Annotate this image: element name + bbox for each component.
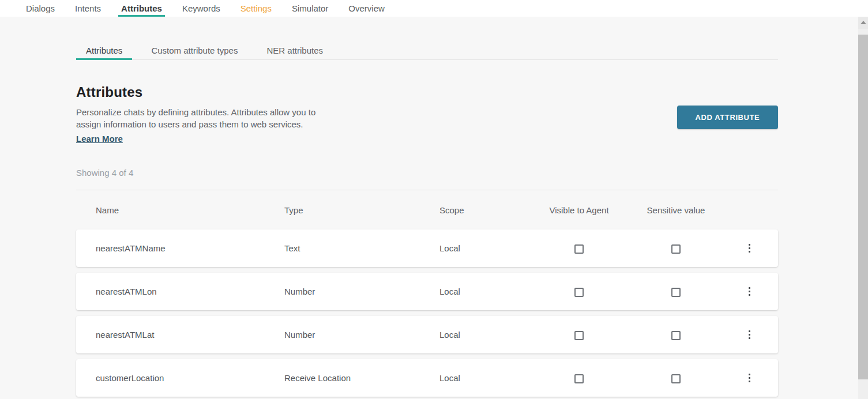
row-menu-kebab-icon[interactable] [740, 239, 758, 258]
scroll-up-arrow-icon[interactable] [858, 16, 868, 29]
attributes-tab-bar: Attributes Custom attribute types NER at… [76, 42, 778, 60]
nav-item-attributes[interactable]: Attributes [121, 0, 162, 17]
attribute-name: nearestATMLat [76, 330, 284, 340]
attribute-type: Text [284, 243, 439, 253]
page-description: Personalize chats by defining attributes… [76, 106, 337, 130]
visible-to-agent-checkbox[interactable] [574, 374, 584, 383]
vertical-scrollbar[interactable] [858, 16, 868, 399]
table-row: customerLocation Receive Location Local [76, 359, 778, 397]
table-row: nearestATMLon Number Local [76, 273, 778, 310]
tab-attributes[interactable]: Attributes [76, 42, 132, 59]
column-header-sensitive-value: Sensitive value [642, 205, 709, 215]
attribute-scope: Local [439, 330, 516, 340]
nav-item-dialogs[interactable]: Dialogs [26, 0, 55, 17]
sensitive-value-checkbox[interactable] [671, 244, 681, 254]
attribute-name: nearestATMName [76, 243, 284, 253]
nav-item-keywords[interactable]: Keywords [182, 0, 220, 17]
top-navigation: Dialogs Intents Attributes Keywords Sett… [0, 0, 868, 17]
nav-item-intents[interactable]: Intents [75, 0, 101, 17]
row-menu-kebab-icon[interactable] [740, 283, 758, 301]
attribute-type: Number [284, 287, 439, 296]
column-header-name: Name [76, 205, 284, 215]
nav-item-settings[interactable]: Settings [241, 0, 272, 17]
page-header-text: Attributes Personalize chats by defining… [76, 84, 337, 144]
table-header-row: Name Type Scope Visible to Agent Sensiti… [76, 190, 778, 229]
nav-item-overview[interactable]: Overview [348, 0, 385, 17]
page-title: Attributes [76, 84, 337, 100]
table-row: nearestATMName Text Local [76, 229, 778, 267]
sensitive-value-checkbox[interactable] [671, 288, 681, 297]
attribute-scope: Local [439, 243, 516, 253]
tab-ner-attributes[interactable]: NER attributes [257, 42, 333, 59]
main-content-area: Attributes Custom attribute types NER at… [0, 17, 858, 399]
learn-more-link[interactable]: Learn More [76, 134, 123, 144]
nav-item-simulator[interactable]: Simulator [292, 0, 328, 17]
table-row: nearestATMLat Number Local [76, 316, 778, 353]
row-menu-kebab-icon[interactable] [740, 326, 758, 344]
attribute-type: Number [284, 330, 439, 340]
tab-custom-attribute-types[interactable]: Custom attribute types [141, 42, 247, 59]
add-attribute-button[interactable]: ADD ATTRIBUTE [677, 106, 778, 129]
result-count-text: Showing 4 of 4 [76, 168, 778, 178]
column-header-visible-to-agent: Visible to Agent [516, 205, 642, 215]
attribute-name: nearestATMLon [76, 287, 284, 296]
sensitive-value-checkbox[interactable] [671, 374, 681, 383]
column-header-scope: Scope [439, 205, 516, 215]
column-header-type: Type [284, 205, 439, 215]
sensitive-value-checkbox[interactable] [671, 331, 681, 340]
visible-to-agent-checkbox[interactable] [574, 288, 584, 297]
row-menu-kebab-icon[interactable] [740, 369, 758, 387]
attribute-scope: Local [439, 373, 516, 383]
attribute-name: customerLocation [76, 373, 284, 383]
visible-to-agent-checkbox[interactable] [574, 244, 584, 254]
attribute-scope: Local [439, 287, 516, 296]
scrollbar-thumb[interactable] [858, 35, 868, 379]
visible-to-agent-checkbox[interactable] [574, 331, 584, 340]
page-header: Attributes Personalize chats by defining… [76, 84, 778, 144]
attribute-type: Receive Location [284, 373, 439, 383]
